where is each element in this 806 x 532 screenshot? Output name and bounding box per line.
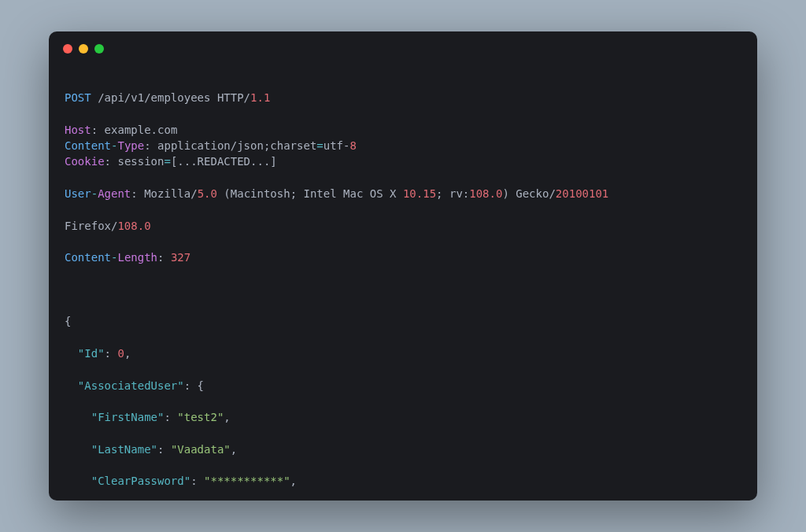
ua-label: User <box>65 187 91 200</box>
window-controls <box>49 31 757 60</box>
terminal-window: POST /api/v1/employees HTTP/1.1 Host: ex… <box>49 31 757 501</box>
json-firstname: "FirstName": "test2", <box>65 409 741 425</box>
cookie-value: session <box>117 155 164 168</box>
http-method: POST <box>65 91 91 104</box>
header-content-length: Content-Length: 327 <box>65 249 741 265</box>
json-open: { <box>65 313 741 329</box>
header-cookie: Cookie: session=[...REDACTED...] <box>65 153 741 169</box>
blank-line <box>65 282 741 297</box>
http-protocol: HTTP/ <box>217 91 250 104</box>
request-line: POST /api/v1/employees HTTP/1.1 <box>65 90 741 105</box>
header-user-agent: User-Agent: Mozilla/5.0 (Macintosh; Inte… <box>65 186 741 201</box>
code-block: POST /api/v1/employees HTTP/1.1 Host: ex… <box>49 60 757 501</box>
json-id: "Id": 0, <box>65 345 741 361</box>
header-host: Host: example.com <box>65 122 741 138</box>
header-ua-line2: Firefox/108.0 <box>65 218 741 234</box>
maximize-icon[interactable] <box>94 44 104 54</box>
http-version: 1.1 <box>250 91 270 104</box>
cookie-redacted: [...REDACTED...] <box>171 155 277 168</box>
json-lastname: "LastName": "Vaadata", <box>65 441 741 457</box>
host-label: Host <box>65 124 91 136</box>
http-path: /api/v1/employees <box>98 91 210 104</box>
close-icon[interactable] <box>63 44 72 54</box>
header-content-type-overlay: Content-Type: application/json;charset=u… <box>65 138 357 153</box>
host-value: example.com <box>105 124 178 136</box>
content-length-value: 327 <box>171 251 190 264</box>
json-assoc: "AssociatedUser": { <box>65 378 741 393</box>
json-clearpw: "ClearPassword": "***********", <box>65 473 741 489</box>
minimize-icon[interactable] <box>79 44 88 54</box>
cookie-label: Cookie <box>65 155 105 168</box>
